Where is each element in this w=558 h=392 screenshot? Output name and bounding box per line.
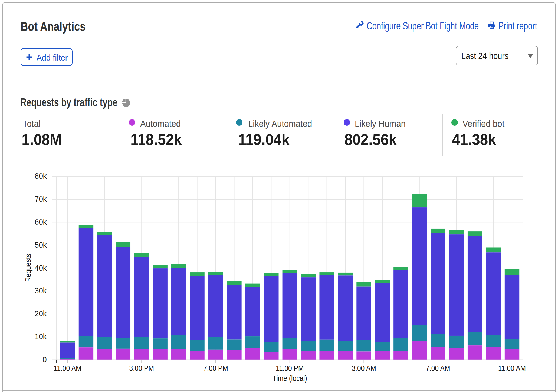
svg-text:60k: 60k bbox=[35, 217, 47, 226]
svg-text:Requests: Requests bbox=[24, 254, 33, 282]
svg-text:0: 0 bbox=[42, 355, 47, 364]
svg-text:3:00 PM: 3:00 PM bbox=[129, 363, 154, 373]
svg-text:Time (local): Time (local) bbox=[273, 373, 307, 383]
svg-text:11:00 PM: 11:00 PM bbox=[276, 363, 304, 373]
svg-text:70k: 70k bbox=[35, 194, 47, 203]
svg-text:20k: 20k bbox=[35, 309, 47, 318]
svg-text:30k: 30k bbox=[35, 286, 47, 295]
svg-text:50k: 50k bbox=[35, 240, 47, 249]
svg-text:3:00 AM: 3:00 AM bbox=[352, 363, 376, 373]
svg-text:80k: 80k bbox=[35, 171, 47, 180]
svg-text:10k: 10k bbox=[35, 332, 47, 341]
svg-text:7:00 AM: 7:00 AM bbox=[426, 363, 450, 373]
svg-text:11:00 AM: 11:00 AM bbox=[54, 363, 81, 373]
svg-text:40k: 40k bbox=[35, 263, 47, 272]
svg-text:11:00 AM: 11:00 AM bbox=[498, 363, 526, 373]
svg-text:7:00 PM: 7:00 PM bbox=[203, 363, 228, 373]
